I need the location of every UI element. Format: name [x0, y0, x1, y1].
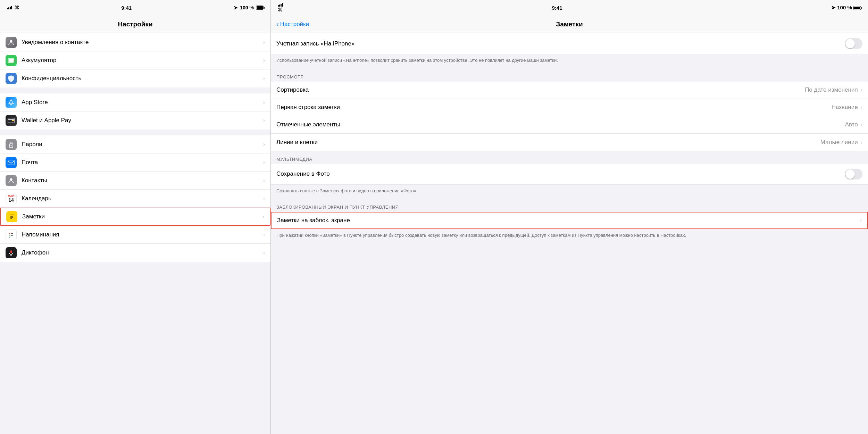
chevron-voice: › [263, 250, 265, 256]
nav-row-first-line[interactable]: Первая строка заметки Название › [271, 99, 868, 116]
left-location-icon: ➤ [234, 5, 238, 10]
nav-row-checked-items[interactable]: Отмеченные элементы Авто › [271, 116, 868, 134]
settings-item-wallet[interactable]: Wallet и Apple Pay › [0, 111, 270, 130]
icon-wallet [6, 115, 17, 126]
settings-item-passwords[interactable]: Пароли › [0, 135, 270, 153]
label-mail: Почта [22, 159, 263, 166]
svg-point-19 [9, 237, 10, 238]
chevron-privacy: › [263, 75, 265, 82]
value-sort: По дате изменения [805, 86, 858, 93]
icon-contacts [6, 175, 17, 186]
gap-2 [0, 130, 270, 135]
chevron-sort: › [861, 87, 862, 93]
svg-rect-22 [10, 250, 12, 253]
label-voice: Диктофон [22, 249, 263, 256]
label-notes-lock: Заметки на заблок. экране [277, 217, 860, 224]
right-battery-fill [854, 7, 860, 9]
icon-notes [6, 211, 17, 222]
settings-list: Уведомления о контакте › Аккумулятор › К… [0, 33, 270, 434]
toggle-row-save-photos: Сохранение в Фото [271, 164, 868, 185]
wifi-icon: ⌘ [14, 5, 19, 10]
value-first-line: Название [832, 104, 858, 111]
toggle-label-save-photos: Сохранение в Фото [276, 170, 845, 177]
chevron-battery: › [263, 57, 265, 64]
settings-item-contact-notif[interactable]: Уведомления о контакте › [0, 33, 270, 51]
svg-point-9 [11, 145, 12, 146]
signal-bar-4 [11, 6, 12, 9]
label-notes: Заметки [22, 213, 262, 220]
media-section: МУЛЬТИМЕДИА Сохранение в Фото Сохранять … [271, 151, 868, 199]
left-battery-text: 100 % [240, 5, 254, 10]
settings-item-appstore[interactable]: App Store › [0, 93, 270, 111]
chevron-reminders: › [263, 232, 265, 238]
svg-rect-2 [14, 59, 14, 61]
right-signal-bar-1 [278, 5, 279, 7]
right-wifi-icon: ⌘ [278, 7, 283, 12]
left-nav-header: Настройки [0, 15, 270, 33]
chevron-contacts: › [263, 177, 265, 184]
icon-appstore [6, 97, 17, 108]
icon-privacy [6, 73, 17, 84]
value-lines-grid: Малые линии [820, 139, 858, 146]
right-signal-bar-2 [279, 5, 280, 7]
chevron-contact-notif: › [263, 39, 265, 45]
chevron-calendar: › [263, 195, 265, 202]
chevron-first-line: › [861, 104, 862, 110]
label-appstore: App Store [22, 99, 263, 106]
settings-item-notes[interactable]: Заметки › [0, 208, 270, 226]
chevron-notes: › [262, 214, 264, 220]
toggle-save-photos[interactable] [845, 169, 862, 180]
right-panel: ⌘ 9:41 ➤ 100 % ‹ Настройки Заметки Учетн… [271, 0, 868, 434]
right-status-right: ➤ 100 % [831, 5, 861, 11]
icon-battery [6, 55, 17, 66]
back-label: Настройки [280, 21, 309, 28]
settings-item-calendar[interactable]: МАЙ 14 Календарь › [0, 190, 270, 208]
label-reminders: Напоминания [22, 231, 263, 238]
icon-passwords [6, 139, 17, 150]
section-header-lock: ЗАБЛОКИРОВАННЫЙ ЭКРАН И ПУНКТ УПРАВЛЕНИЯ [271, 199, 868, 212]
chevron-checked-items: › [861, 122, 862, 128]
right-signal-bar-3 [281, 4, 282, 7]
right-signal-bar-4 [282, 3, 283, 7]
desc-save-photos: Сохранять снятые в Заметках фото и видео… [271, 185, 868, 199]
lockscreen-section: ЗАБЛОКИРОВАННЫЙ ЭКРАН И ПУНКТ УПРАВЛЕНИЯ… [271, 199, 868, 244]
settings-item-reminders[interactable]: Напоминания › [0, 226, 270, 244]
chevron-passwords: › [263, 141, 265, 148]
right-status-bar: ⌘ 9:41 ➤ 100 % [271, 0, 868, 15]
label-sort: Сортировка [276, 86, 805, 93]
left-status-right: ➤ 100 % [234, 5, 264, 10]
right-battery-icon [853, 6, 861, 10]
nav-row-sort[interactable]: Сортировка По дате изменения › [271, 82, 868, 99]
label-contact-notif: Уведомления о контакте [22, 39, 263, 46]
settings-item-mail[interactable]: Почта › [0, 153, 270, 172]
settings-section-2: App Store › Wallet и Apple Pay › [0, 93, 270, 130]
section-header-media: МУЛЬТИМЕДИА [271, 151, 868, 164]
view-rows: Сортировка По дате изменения › Первая ст… [271, 82, 868, 151]
nav-row-notes-lock[interactable]: Заметки на заблок. экране › [271, 212, 868, 229]
toggle-on-iphone[interactable] [845, 38, 862, 49]
right-location-icon: ➤ [831, 5, 836, 10]
settings-item-battery[interactable]: Аккумулятор › [0, 51, 270, 69]
right-signal-bars [278, 3, 283, 7]
settings-item-contacts[interactable]: Контакты › [0, 172, 270, 190]
label-privacy: Конфиденциальность [22, 75, 263, 82]
signal-bar-1 [7, 8, 8, 9]
right-nav-header: ‹ Настройки Заметки [271, 15, 868, 33]
settings-section-3: Пароли › Почта › Контакты › МАЙ [0, 135, 270, 262]
svg-rect-3 [9, 59, 13, 62]
svg-rect-10 [8, 160, 14, 165]
right-battery-text: 100 % [837, 5, 852, 10]
calendar-day-text: 14 [8, 198, 14, 202]
right-content: Учетная запись «На iPhone» Использование… [271, 33, 868, 434]
view-section: ПРОСМОТР Сортировка По дате изменения › … [271, 69, 868, 151]
settings-item-voice[interactable]: Диктофон › [0, 244, 270, 262]
icon-contact-notif [6, 37, 17, 48]
settings-item-privacy[interactable]: Конфиденциальность › [0, 69, 270, 87]
back-chevron-icon: ‹ [276, 20, 279, 28]
label-battery: Аккумулятор [22, 57, 263, 64]
back-button[interactable]: ‹ Настройки [276, 20, 309, 28]
right-signal-area: ⌘ [278, 3, 283, 12]
nav-row-lines-grid[interactable]: Линии и клетки Малые линии › [271, 134, 868, 151]
icon-voice [6, 247, 17, 258]
left-panel: ⌘ 9:41 ➤ 100 % Настройки Уведомления о к… [0, 0, 271, 434]
